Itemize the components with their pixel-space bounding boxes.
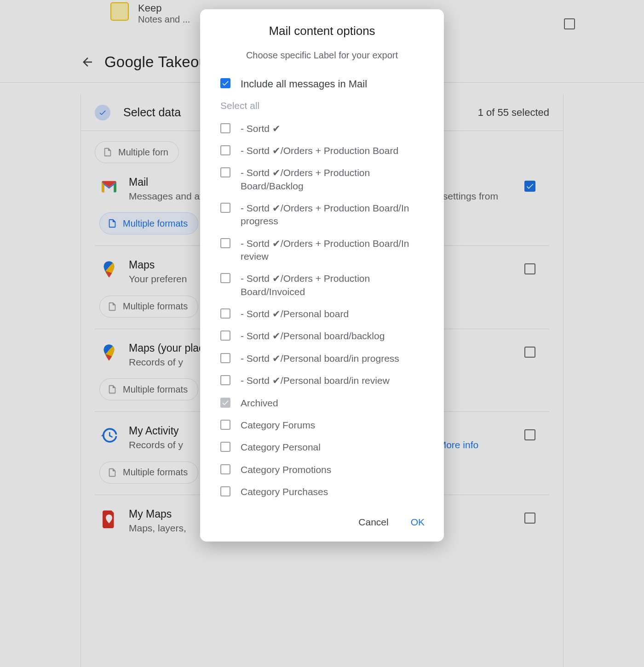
label-text: - Sortd ✔/Orders + Production Board/Back… xyxy=(241,166,427,193)
label-row: Category Purchases xyxy=(217,481,427,503)
dialog-actions: Cancel OK xyxy=(200,503,444,530)
label-checkbox[interactable] xyxy=(220,486,230,496)
label-text: - Sortd ✔/Personal board xyxy=(241,308,349,320)
label-checkbox[interactable] xyxy=(220,308,230,319)
label-text: Archived xyxy=(241,397,278,410)
label-row: - Sortd ✔/Orders + Production Board/Invo… xyxy=(217,268,427,303)
label-row: - Sortd ✔/Orders + Production Board/In p… xyxy=(217,197,427,233)
label-text: Category Forums xyxy=(241,419,315,432)
label-checkbox[interactable] xyxy=(220,464,230,474)
mail-content-options-dialog: Mail content options Choose specific Lab… xyxy=(200,9,444,542)
label-checkbox[interactable] xyxy=(220,331,230,341)
label-text: - Sortd ✔/Orders + Production Board xyxy=(241,144,398,157)
label-checkbox[interactable] xyxy=(220,420,230,430)
include-all-row: Include all messages in Mail xyxy=(217,73,427,96)
label-text: Category Purchases xyxy=(241,485,328,498)
label-row: Category Promotions xyxy=(217,459,427,481)
label-row: - Sortd ✔/Personal board/backlog xyxy=(217,325,427,347)
label-row: Category Forums xyxy=(217,414,427,436)
label-checkbox[interactable] xyxy=(220,442,230,452)
label-checkbox[interactable] xyxy=(220,353,230,363)
label-list: - Sortd ✔- Sortd ✔/Orders + Production B… xyxy=(217,118,427,503)
dialog-title: Mail content options xyxy=(200,24,444,38)
label-checkbox[interactable] xyxy=(220,375,230,385)
label-checkbox[interactable] xyxy=(220,145,230,155)
label-checkbox[interactable] xyxy=(220,238,230,248)
label-checkbox[interactable] xyxy=(220,123,230,133)
label-row: - Sortd ✔/Personal board/in review xyxy=(217,370,427,392)
label-row: - Sortd ✔/Orders + Production Board/In r… xyxy=(217,233,427,268)
include-all-checkbox[interactable] xyxy=(220,78,230,88)
dialog-body: Include all messages in Mail Select all … xyxy=(200,73,444,503)
label-row: Archived xyxy=(217,392,427,414)
label-row: - Sortd ✔/Orders + Production Board xyxy=(217,140,427,162)
label-text: - Sortd ✔/Personal board/backlog xyxy=(241,330,385,342)
label-checkbox[interactable] xyxy=(220,203,230,213)
label-text: - Sortd ✔/Orders + Production Board/Invo… xyxy=(241,272,427,298)
label-text: - Sortd ✔ xyxy=(241,122,281,135)
label-row: Category Personal xyxy=(217,436,427,458)
label-row: - Sortd ✔ xyxy=(217,118,427,140)
label-text: - Sortd ✔/Personal board/in review xyxy=(241,374,390,387)
label-text: - Sortd ✔/Orders + Production Board/In r… xyxy=(241,237,427,263)
label-row: - Sortd ✔/Personal board xyxy=(217,303,427,325)
label-checkbox[interactable] xyxy=(220,167,230,177)
cancel-button[interactable]: Cancel xyxy=(356,514,391,530)
label-text: Category Promotions xyxy=(241,463,331,476)
ok-button[interactable]: OK xyxy=(408,514,427,530)
label-text: - Sortd ✔/Orders + Production Board/In p… xyxy=(241,202,427,228)
label-row: - Sortd ✔/Personal board/in progress xyxy=(217,348,427,370)
label-text: - Sortd ✔/Personal board/in progress xyxy=(241,352,399,365)
label-checkbox[interactable] xyxy=(220,273,230,283)
select-all-link[interactable]: Select all xyxy=(217,98,427,118)
include-all-label: Include all messages in Mail xyxy=(241,77,367,91)
dialog-subtitle: Choose specific Label for your export xyxy=(200,50,444,61)
label-text: Category Personal xyxy=(241,441,321,454)
label-checkbox[interactable] xyxy=(220,398,230,408)
label-row: - Sortd ✔/Orders + Production Board/Back… xyxy=(217,162,427,197)
